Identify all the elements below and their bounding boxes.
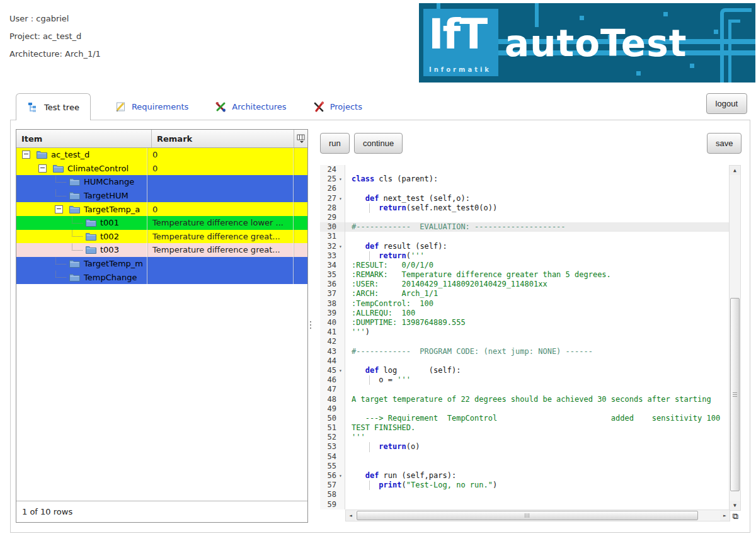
fold-marker[interactable] (336, 203, 345, 213)
tree-row[interactable]: t001 Temperature difference lower ... (16, 216, 307, 230)
code-line[interactable]: 43 #------------ PROGRAM CODE: (next jum… (320, 347, 730, 356)
code-line[interactable]: 30 #------------ EVALUATION: -----------… (320, 222, 730, 232)
tree-row[interactable]: t003 Temperature difference great... (16, 243, 307, 257)
code-line[interactable]: 41 ''') (320, 327, 730, 337)
fold-marker[interactable] (336, 462, 345, 471)
code-line[interactable]: 56 ▾ def run (self,pars): (320, 471, 730, 481)
scroll-up-button[interactable]: ▲ (730, 166, 740, 175)
fold-marker[interactable] (336, 299, 345, 309)
code-line[interactable]: 49 (320, 404, 730, 414)
continue-button[interactable]: continue (354, 133, 403, 154)
fold-marker[interactable] (336, 261, 345, 270)
fold-marker[interactable] (336, 347, 345, 356)
code-line[interactable]: 32 ▾ def result (self): (320, 242, 730, 251)
fold-marker[interactable] (336, 414, 345, 423)
fold-marker[interactable] (336, 213, 345, 222)
fold-marker[interactable] (336, 404, 345, 414)
code-line[interactable]: 26 (320, 184, 730, 193)
fold-marker[interactable] (336, 270, 345, 280)
restore-window-icon[interactable]: ⧉ (730, 511, 741, 521)
fold-marker[interactable] (336, 318, 345, 327)
code-line[interactable]: 54 (320, 452, 730, 462)
tree-row[interactable]: HUMChange (16, 175, 307, 189)
code-line[interactable]: 51 TEST FINISHED. (320, 423, 730, 433)
column-config-cell[interactable] (294, 130, 307, 147)
tab-requirements[interactable]: Requirements (112, 93, 191, 120)
fold-marker[interactable] (336, 500, 345, 510)
code-line[interactable]: 35 :REMARK: Temperature difference great… (320, 270, 730, 280)
fold-marker[interactable]: ▾ (336, 471, 345, 481)
code-line[interactable]: 52 ''' (320, 433, 730, 442)
tree-row[interactable]: TargetHUM (16, 189, 307, 203)
fold-marker[interactable] (336, 433, 345, 442)
fold-marker[interactable] (336, 385, 345, 394)
code-line[interactable]: 40 :DUMPTIME: 1398764889.555 (320, 318, 730, 327)
fold-marker[interactable] (336, 423, 345, 433)
fold-marker[interactable]: ▾ (336, 242, 345, 251)
tree-row[interactable]: TargetTemp_m (16, 257, 307, 271)
scroll-down-button[interactable]: ▼ (730, 501, 740, 510)
tab-test-tree[interactable]: Test tree (16, 93, 91, 120)
column-header-item[interactable]: Item (16, 130, 152, 147)
fold-marker[interactable] (336, 337, 345, 346)
fold-marker[interactable] (336, 309, 345, 318)
vertical-scrollbar-thumb[interactable] (730, 298, 740, 491)
logout-button[interactable]: logout (706, 93, 747, 114)
code-line[interactable]: 57 print("Test-Log, no run.") (320, 481, 730, 490)
tree-row[interactable]: t002 Temperature difference great... (16, 230, 307, 244)
code-line[interactable]: 37 :ARCH: Arch_1/1 (320, 289, 730, 299)
fold-marker[interactable] (336, 165, 345, 174)
code-line[interactable]: 24 (320, 165, 730, 174)
fold-marker[interactable] (336, 222, 345, 232)
code-line[interactable]: 46 o = ''' (320, 375, 730, 385)
code-line[interactable]: 47 (320, 385, 730, 394)
fold-marker[interactable] (336, 442, 345, 452)
code-line[interactable]: 31 (320, 232, 730, 241)
tab-architectures[interactable]: Architectures (212, 93, 289, 120)
code-line[interactable]: 33 return(''' (320, 251, 730, 261)
code-line[interactable]: 58 (320, 490, 730, 499)
fold-marker[interactable] (336, 490, 345, 499)
panel-splitter[interactable] (309, 317, 312, 333)
code-line[interactable]: 44 (320, 356, 730, 366)
tab-projects[interactable]: Projects (311, 93, 365, 120)
collapse-icon[interactable] (55, 205, 63, 214)
code-editor[interactable]: 24 25 ▾ class cls (parent): 26 27 ▾ def … (320, 165, 741, 521)
run-button[interactable]: run (320, 133, 350, 154)
horizontal-scrollbar-thumb[interactable] (357, 511, 698, 520)
collapse-icon[interactable] (22, 151, 30, 159)
fold-marker[interactable] (336, 232, 345, 241)
fold-marker[interactable]: ▾ (336, 366, 345, 375)
collapse-icon[interactable] (38, 164, 47, 173)
scroll-right-button[interactable]: ► (720, 510, 730, 521)
code-line[interactable]: 34 :RESULT: 0/0/1/0 (320, 261, 730, 270)
code-line[interactable]: 45 ▾ def log (self): (320, 366, 730, 375)
save-button[interactable]: save (707, 133, 742, 154)
fold-marker[interactable] (336, 481, 345, 490)
column-header-remark[interactable]: Remark (152, 130, 294, 147)
tree-row[interactable]: ClimateControl 0 (16, 162, 307, 176)
code-line[interactable]: 39 :ALLREQU: 100 (320, 309, 730, 318)
code-line[interactable]: 25 ▾ class cls (parent): (320, 174, 730, 184)
code-line[interactable]: 59 (320, 500, 730, 510)
code-line[interactable]: 50 ---> Requirement TempControl added se… (320, 414, 730, 423)
fold-marker[interactable] (336, 184, 345, 193)
tree-row[interactable]: TargetTemp_a 0 (16, 202, 307, 216)
fold-marker[interactable] (336, 452, 345, 462)
fold-marker[interactable] (336, 289, 345, 299)
code-line[interactable]: 27 ▾ def next_test (self,o): (320, 194, 730, 203)
scroll-left-button[interactable]: ◄ (346, 510, 355, 521)
fold-marker[interactable] (336, 395, 345, 404)
fold-marker[interactable] (336, 356, 345, 366)
code-line[interactable]: 53 return(o) (320, 442, 730, 452)
tree-row[interactable]: ac_test_d 0 (16, 148, 307, 162)
code-line[interactable]: 36 :USER: 20140429_11480920140429_114801… (320, 280, 730, 289)
code-line[interactable]: 42 (320, 337, 730, 346)
fold-marker[interactable]: ▾ (336, 174, 345, 184)
code-line[interactable]: 29 (320, 213, 730, 222)
code-line[interactable]: 38 :TempControl: 100 (320, 299, 730, 309)
code-line[interactable]: 55 (320, 462, 730, 471)
fold-marker[interactable]: ▾ (336, 194, 345, 203)
fold-marker[interactable] (336, 375, 345, 385)
code-line[interactable]: 28 return(self.next_test0(o)) (320, 203, 730, 213)
